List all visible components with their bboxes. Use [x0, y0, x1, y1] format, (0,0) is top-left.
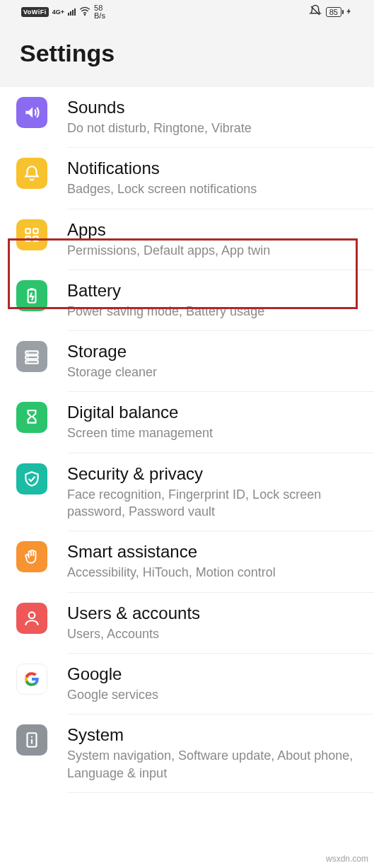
settings-item-google[interactable]: GoogleGoogle services — [67, 654, 374, 714]
item-subtitle: System navigation, Software update, Abou… — [67, 747, 360, 782]
bell-icon — [16, 158, 47, 189]
vowifi-badge: VoWiFi — [21, 7, 49, 17]
status-right: 85 — [309, 4, 353, 20]
item-subtitle: Face recognition, Fingerprint ID, Lock s… — [67, 486, 360, 521]
settings-item-system[interactable]: SystemSystem navigation, Software update… — [67, 714, 374, 793]
settings-item-apps[interactable]: AppsPermissions, Default apps, App twin — [67, 209, 374, 270]
settings-item-security[interactable]: Security & privacyFace recognition, Fing… — [67, 453, 374, 532]
settings-item-digital-balance[interactable]: Digital balanceScreen time management — [67, 392, 374, 453]
item-title: Smart assistance — [67, 542, 360, 562]
dnd-icon — [309, 4, 322, 20]
signal-icon — [68, 8, 76, 16]
item-title: Notifications — [67, 158, 360, 178]
watermark: wsxdn.com — [326, 854, 368, 864]
item-subtitle: Do not disturb, Ringtone, Vibrate — [67, 120, 360, 137]
hand-icon — [16, 541, 47, 572]
settings-item-battery[interactable]: BatteryPower saving mode, Battery usage — [67, 270, 374, 331]
item-title: Battery — [67, 281, 360, 301]
shield-icon — [16, 463, 47, 494]
settings-item-smart-assist[interactable]: Smart assistanceAccessibility, HiTouch, … — [67, 531, 374, 592]
page-title: Settings — [20, 40, 354, 67]
item-subtitle: Badges, Lock screen notifications — [67, 180, 360, 197]
item-subtitle: Google services — [67, 686, 360, 703]
hourglass-icon — [16, 402, 47, 433]
item-title: System — [67, 725, 360, 745]
item-title: Storage — [67, 342, 360, 361]
settings-item-storage[interactable]: StorageStorage cleaner — [67, 331, 374, 392]
item-subtitle: Permissions, Default apps, App twin — [67, 242, 360, 259]
wifi-icon — [79, 6, 90, 19]
svg-point-0 — [84, 14, 85, 15]
settings-list[interactable]: SoundsDo not disturb, Ringtone, VibrateN… — [0, 87, 374, 793]
settings-item-sounds[interactable]: SoundsDo not disturb, Ringtone, Vibrate — [67, 87, 374, 148]
item-title: Google — [67, 664, 360, 684]
header: Settings — [0, 24, 374, 87]
item-subtitle: Accessibility, HiTouch, Motion control — [67, 564, 360, 581]
settings-item-users[interactable]: Users & accountsUsers, Accounts — [67, 593, 374, 654]
item-subtitle: Users, Accounts — [67, 625, 360, 642]
data-speed: 58B/s — [94, 4, 105, 20]
item-title: Users & accounts — [67, 603, 360, 623]
sound-icon — [16, 97, 47, 128]
item-title: Digital balance — [67, 403, 360, 422]
battery-icon — [16, 280, 47, 311]
battery-indicator: 85 — [326, 7, 341, 17]
item-subtitle: Storage cleaner — [67, 364, 360, 381]
google-icon — [16, 664, 47, 695]
item-subtitle: Power saving mode, Battery usage — [67, 303, 360, 320]
apps-icon — [16, 219, 47, 250]
storage-icon — [16, 341, 47, 372]
status-left: VoWiFi 4G+ 58B/s — [21, 4, 105, 20]
network-label: 4G+ — [52, 9, 64, 16]
user-icon — [16, 603, 47, 634]
item-title: Apps — [67, 220, 360, 240]
info-icon — [16, 724, 47, 756]
item-title: Security & privacy — [67, 464, 360, 484]
charging-icon — [346, 6, 353, 18]
item-subtitle: Screen time management — [67, 424, 360, 441]
item-title: Sounds — [67, 98, 360, 117]
status-bar: VoWiFi 4G+ 58B/s 85 — [0, 0, 374, 24]
settings-item-notifications[interactable]: NotificationsBadges, Lock screen notific… — [67, 148, 374, 209]
